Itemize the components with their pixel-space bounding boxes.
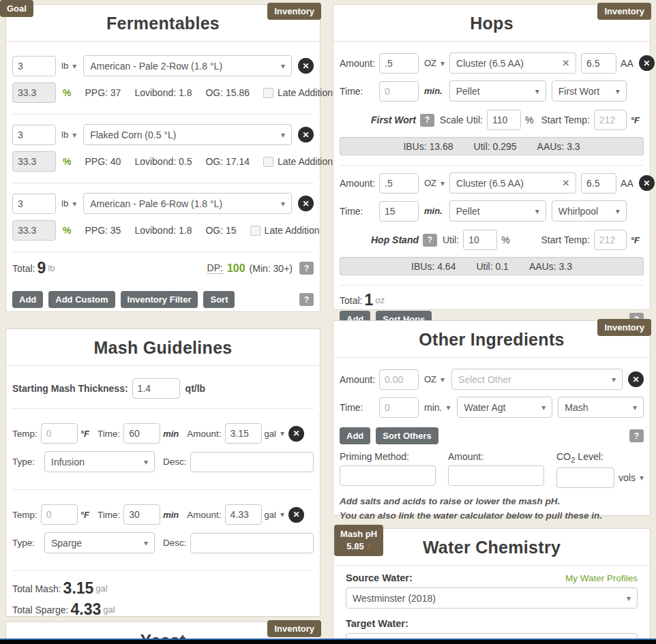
mash-type-select[interactable]: Sparge▾ [44,532,155,553]
unit-dropdown[interactable]: lb▾ [61,129,76,140]
inventory-badge[interactable]: Inventory [267,620,321,637]
vols-dropdown[interactable]: vols▾ [618,472,644,483]
remove-icon[interactable]: ✕ [298,127,314,142]
dp-label: DP: [207,262,223,274]
caret-down-icon: ▾ [280,429,284,438]
og-value: OG: 17.14 [205,156,250,167]
co2-level-input[interactable] [556,467,614,488]
source-water-select[interactable]: Westminster (2018)▾ [346,587,638,609]
late-addition-checkbox[interactable] [250,226,260,236]
hop-time-input[interactable] [379,81,419,102]
util-input[interactable] [463,230,497,250]
hop-form-select[interactable]: Pellet▾ [449,200,546,221]
hop-variety-combobox[interactable]: Cluster (6.5 AA)✕ [449,172,576,194]
fermentable-amount-input[interactable] [12,56,56,76]
fermentable-select[interactable]: American - Pale 6-Row (1.8 °L)▾ [83,193,292,214]
sort-button[interactable]: Sort [203,291,235,308]
scale-util-input[interactable] [487,110,521,130]
other-use-select[interactable]: Mash▾ [558,397,644,418]
clear-icon[interactable]: ✕ [562,178,569,188]
remove-icon[interactable]: ✕ [298,58,314,74]
inventory-badge[interactable]: Inventory [597,3,651,20]
amount-label: Amount: [187,510,221,520]
util-value: Util: 0.295 [474,141,517,152]
mash-desc-input[interactable] [190,533,314,553]
remove-icon[interactable]: ✕ [639,55,655,71]
other-time-input[interactable] [379,397,419,418]
mash-type-select[interactable]: Infusion▾ [44,451,155,472]
fermentable-row: lb▾ Flaked Corn (0.5 °L)▾ ✕ % PPG: 40 Lo… [12,114,314,183]
help-button[interactable]: ? [299,293,314,306]
start-temp-input[interactable] [594,230,627,250]
water-calculator-note: You can also link the water calculator b… [340,509,644,523]
fermentable-amount-input[interactable] [12,125,56,145]
remove-icon[interactable]: ✕ [298,196,314,211]
help-button[interactable]: ? [299,262,314,275]
inventory-badge[interactable]: Inventory [267,3,321,20]
hop-time-input[interactable] [379,201,419,221]
unit-dropdown[interactable]: lb▾ [61,198,76,209]
time-input[interactable] [123,504,160,525]
my-water-profiles-link[interactable]: My Water Profiles [565,573,638,583]
fermentable-percent-input[interactable] [12,82,56,103]
amount-input[interactable] [225,423,262,444]
hop-use-select[interactable]: First Wort▾ [552,80,627,102]
amount-input[interactable] [225,504,262,525]
help-button[interactable]: ? [420,114,434,127]
temp-input[interactable] [41,504,78,525]
inventory-badge[interactable]: Inventory [597,319,651,336]
late-addition-checkbox[interactable] [263,157,273,167]
other-ingredient-select[interactable]: Select Other▾ [451,369,623,390]
remove-icon[interactable]: ✕ [628,371,644,387]
priming-method-input[interactable] [340,465,436,486]
inventory-filter-button[interactable]: Inventory Filter [121,291,198,308]
late-addition-checkbox[interactable] [263,88,273,98]
fermentable-percent-input[interactable] [12,151,56,172]
caret-down-icon: ▾ [281,199,285,209]
aa-label: AA [621,58,633,69]
sort-others-button[interactable]: Sort Others [376,427,438,444]
amount-unit-dropdown[interactable]: gal▾ [265,510,284,520]
help-button[interactable]: ? [629,429,644,442]
goal-badge[interactable]: Goal [0,0,33,17]
hop-use-select[interactable]: Whirlpool▾ [552,200,627,221]
other-unit-dropdown[interactable]: OZ▾ [424,374,445,384]
hop-amount-input[interactable] [379,53,419,74]
total-mash-value: 3.15 [63,579,94,598]
time-unit-dropdown[interactable]: min.▾ [424,402,450,413]
hop-variety-combobox[interactable]: Cluster (6.5 AA)✕ [449,52,576,74]
mash-desc-input[interactable] [190,452,314,472]
percent-unit: % [501,234,509,245]
hop-unit-dropdown[interactable]: OZ▾ [424,178,445,188]
fermentable-select[interactable]: American - Pale 2-Row (1.8 °L)▾ [83,55,292,76]
thickness-input[interactable] [132,378,180,399]
fermentable-select[interactable]: Flaked Corn (0.5 °L)▾ [83,124,292,145]
fermentable-amount-input[interactable] [12,194,56,214]
hop-aa-input[interactable] [581,173,616,194]
remove-icon[interactable]: ✕ [639,175,655,191]
desc-label: Desc: [163,457,187,467]
other-type-select[interactable]: Water Agt▾ [457,397,552,418]
caret-down-icon: ▾ [441,375,445,384]
time-input[interactable] [123,423,160,444]
add-button[interactable]: Add [12,291,43,308]
remove-icon[interactable]: ✕ [288,426,304,442]
fermentable-percent-input[interactable] [12,220,56,241]
thickness-label: Starting Mash Thickness: [12,383,128,394]
unit-dropdown[interactable]: lb▾ [61,61,76,71]
remove-icon[interactable]: ✕ [288,507,304,523]
add-button[interactable]: Add [340,427,370,444]
clear-icon[interactable]: ✕ [562,58,569,68]
priming-amount-input[interactable] [448,465,544,486]
hop-unit-dropdown[interactable]: OZ▾ [424,58,445,68]
amount-unit-dropdown[interactable]: gal▾ [265,429,284,439]
other-amount-input[interactable] [379,369,419,390]
hop-form-select[interactable]: Pellet▾ [449,80,546,102]
hop-aa-input[interactable] [581,53,616,74]
add-custom-button[interactable]: Add Custom [48,291,115,308]
help-button[interactable]: ? [423,234,437,247]
start-temp-input[interactable] [594,110,627,130]
late-addition-label: Late Addition [278,87,333,98]
hop-amount-input[interactable] [379,173,419,194]
temp-input[interactable] [41,423,78,444]
